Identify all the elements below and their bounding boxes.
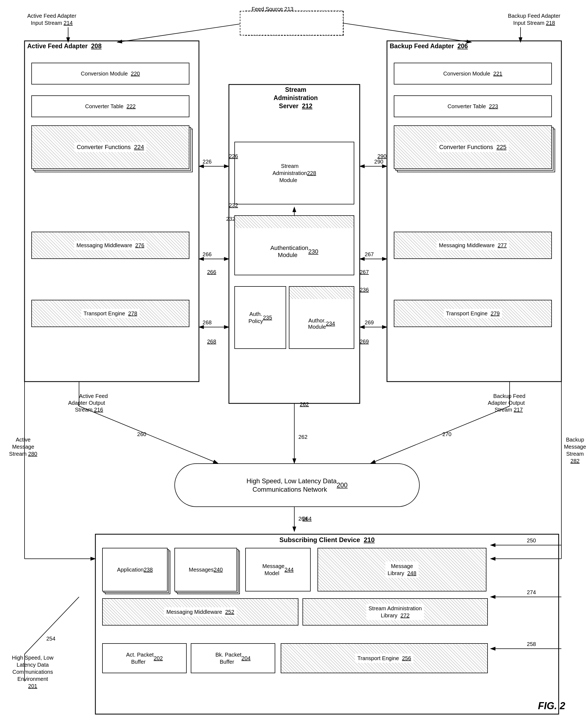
message-library-248: MessageLibrary 248	[318, 548, 487, 591]
ref-267: 267	[360, 268, 369, 276]
backup-message-stream-label: BackupMessageStream 282	[561, 436, 587, 465]
act-packet-buffer-202: Act. PacketBuffer 202	[102, 643, 187, 673]
svg-line-8	[343, 23, 471, 42]
svg-line-7	[117, 23, 245, 42]
transport-engine-279: Transport Engine 279	[394, 300, 552, 327]
svg-text:274: 274	[527, 589, 536, 595]
svg-rect-3	[25, 41, 199, 381]
conversion-module-221: Conversion Module 221	[394, 63, 552, 85]
stream-admin-library-272: Stream AdministrationLibrary 272	[303, 598, 488, 626]
bk-packet-buffer-204: Bk. PacketBuffer 204	[191, 643, 275, 673]
ref-266: 266	[207, 268, 216, 276]
svg-text:266: 266	[203, 251, 211, 257]
application-238-wrapper: Application238	[102, 548, 168, 591]
svg-text:260: 260	[137, 431, 146, 437]
message-model-244: MessageModel 244	[245, 548, 311, 591]
ref-236: 236	[360, 286, 369, 293]
messaging-middleware-277: Messaging Middleware 277	[394, 232, 552, 259]
converter-table-222: Converter Table 222	[31, 95, 189, 117]
svg-line-34	[371, 406, 510, 463]
svg-text:268: 268	[203, 320, 211, 325]
backup-input-stream-label: Backup Feed AdapterInput Stream 218	[496, 12, 572, 26]
svg-text:267: 267	[365, 251, 374, 257]
converter-table-223: Converter Table 223	[394, 95, 552, 117]
env-label: High Speed, LowLatency DataCommunication…	[5, 654, 60, 689]
svg-text:258: 258	[527, 641, 536, 647]
svg-text:270: 270	[442, 431, 451, 437]
svg-text:Active Feed: Active Feed	[79, 393, 108, 399]
ref-232: 232	[229, 202, 238, 209]
svg-rect-4	[387, 41, 561, 381]
svg-line-47	[25, 597, 79, 654]
svg-line-26	[79, 406, 218, 463]
backup-feed-adapter-label: Backup Feed Adapter 206	[390, 42, 468, 50]
transport-engine-278: Transport Engine 278	[31, 300, 189, 327]
auth-module-container: AuthenticationModule 230	[234, 215, 354, 275]
active-feed-adapter-label: Active Feed Adapter 208	[27, 42, 102, 50]
transport-engine-256: Transport Engine 256	[281, 643, 488, 673]
network-cloud: High Speed, Low Latency DataCommunicatio…	[174, 463, 420, 507]
active-message-stream-label: ActiveMessageStream 280	[5, 436, 41, 457]
converter-functions-224-wrapper: Converter Functions 224	[31, 125, 189, 169]
messages-240-wrapper: Messages240	[174, 548, 237, 591]
ref-264-label: 264	[303, 515, 311, 522]
svg-text:254: 254	[46, 636, 55, 641]
author-module-234: Author.Module234	[289, 286, 354, 349]
active-input-stream-label: Active Feed AdapterInput Stream 214	[16, 12, 87, 26]
messaging-middleware-252: Messaging Middleware 252	[102, 598, 299, 626]
svg-text:Stream 216: Stream 216	[75, 407, 103, 413]
svg-text:232: 232	[226, 216, 235, 222]
diagram: 226 232 266 267 268 269 290 260 Active F…	[0, 0, 587, 728]
stream-admin-server-label: StreamAdministrationServer 212	[232, 86, 360, 110]
ref-269: 269	[360, 338, 369, 345]
svg-text:262: 262	[299, 434, 307, 440]
svg-text:Adapter Output: Adapter Output	[68, 400, 105, 406]
ref-290: 290	[377, 152, 386, 160]
conversion-module-220: Conversion Module 220	[31, 63, 189, 85]
ref-268: 268	[207, 338, 216, 345]
auth-policy-235: Auth.Policy235	[234, 286, 286, 349]
ref-262-label: 262	[300, 401, 309, 408]
fig-label: FIG. 2	[538, 700, 565, 712]
svg-text:Backup Feed: Backup Feed	[493, 393, 525, 399]
stream-admin-module: StreamAdministrationModule 228	[234, 142, 354, 205]
ref-226: 226	[229, 152, 238, 160]
converter-functions-225-wrapper: Converter Functions 225	[394, 125, 552, 169]
feed-source-box	[240, 11, 343, 36]
svg-text:Stream 217: Stream 217	[495, 407, 523, 413]
svg-text:269: 269	[365, 320, 374, 325]
subscribing-client-label: Subscribing Client Device 210	[98, 536, 556, 544]
messaging-middleware-276: Messaging Middleware 276	[31, 232, 189, 259]
svg-text:Adapter Output: Adapter Output	[488, 400, 525, 406]
svg-text:226: 226	[203, 159, 211, 165]
